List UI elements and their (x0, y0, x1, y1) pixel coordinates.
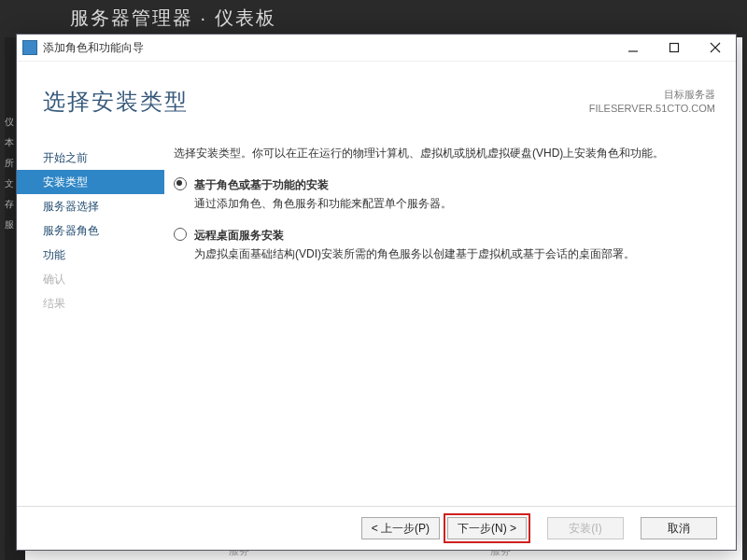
option-rds[interactable]: 远程桌面服务安装 为虚拟桌面基础结构(VDI)安装所需的角色服务以创建基于虚拟机… (174, 226, 708, 263)
next-button[interactable]: 下一步(N) > (447, 517, 527, 539)
radio-rds[interactable] (174, 228, 187, 241)
wizard-icon (22, 40, 37, 55)
radio-role-based[interactable] (174, 177, 187, 190)
window-controls (613, 35, 736, 61)
nav-features[interactable]: 功能 (17, 243, 164, 267)
cancel-button[interactable]: 取消 (641, 517, 717, 539)
footer: < 上一步(P) 下一步(N) > 安装(I) 取消 (17, 506, 736, 550)
maximize-button[interactable] (654, 35, 695, 61)
nav-before-you-begin[interactable]: 开始之前 (17, 146, 164, 170)
target-label: 目标服务器 (589, 88, 715, 102)
nav-server-roles[interactable]: 服务器角色 (17, 218, 164, 243)
close-button[interactable] (695, 35, 736, 61)
bg-app-title: 服务器管理器 · 仪表板 (70, 6, 276, 31)
next-button-highlight: 下一步(N) > (444, 513, 530, 543)
minimize-button[interactable] (613, 35, 654, 61)
nav-confirmation: 确认 (17, 267, 164, 291)
nav-installation-type[interactable]: 安装类型 (17, 170, 164, 194)
prev-button[interactable]: < 上一步(P) (361, 517, 440, 539)
window-title: 添加角色和功能向导 (43, 40, 613, 56)
header: 选择安装类型 目标服务器 FILESERVER.51CTO.COM (17, 62, 736, 142)
target-value: FILESERVER.51CTO.COM (589, 102, 715, 116)
wizard-nav: 开始之前 安装类型 服务器选择 服务器角色 功能 确认 结果 (17, 142, 164, 506)
install-button: 安装(I) (547, 517, 624, 539)
titlebar: 添加角色和功能向导 (17, 35, 736, 62)
option-rds-desc: 为虚拟桌面基础结构(VDI)安装所需的角色服务以创建基于虚拟机或基于会话的桌面部… (194, 245, 635, 263)
target-block: 目标服务器 FILESERVER.51CTO.COM (589, 88, 715, 116)
option-role-based[interactable]: 基于角色或基于功能的安装 通过添加角色、角色服务和功能来配置单个服务器。 (174, 175, 708, 213)
intro-text: 选择安装类型。你可以在正在运行的物理计算机、虚拟机或脱机虚拟硬盘(VHD)上安装… (174, 144, 708, 162)
body: 开始之前 安装类型 服务器选择 服务器角色 功能 确认 结果 选择安装类型。你可… (17, 142, 736, 506)
nav-server-selection[interactable]: 服务器选择 (17, 194, 164, 218)
svg-rect-1 (670, 44, 679, 52)
nav-results: 结果 (17, 291, 164, 315)
add-roles-wizard: 添加角色和功能向导 选择安装类型 目标服务器 FILESERVER.51CTO.… (16, 34, 737, 551)
option-role-based-title: 基于角色或基于功能的安装 (194, 175, 452, 194)
content: 选择安装类型。你可以在正在运行的物理计算机、虚拟机或脱机虚拟硬盘(VHD)上安装… (164, 142, 736, 506)
option-rds-title: 远程桌面服务安装 (194, 226, 635, 245)
option-role-based-desc: 通过添加角色、角色服务和功能来配置单个服务器。 (194, 194, 452, 213)
page-title: 选择安装类型 (43, 87, 189, 117)
